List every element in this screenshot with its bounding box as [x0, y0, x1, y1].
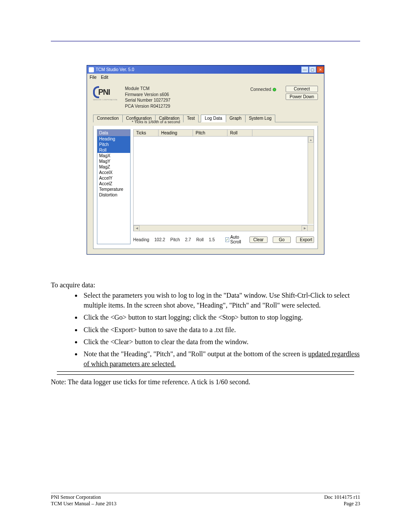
power-down-button[interactable]: Power Down: [286, 93, 318, 100]
window-title: TCM Studio Ver. 5.0: [96, 67, 134, 72]
log-col-pitch[interactable]: Pitch: [193, 130, 227, 136]
serial-line: Serial Number 1027297: [125, 97, 171, 103]
list-item[interactable]: MagX: [97, 153, 130, 159]
footer-page-number: Page 23: [324, 501, 360, 507]
status-roll-value: 1.5: [209, 237, 215, 242]
logo-tagline: SENSOR CORPORATION: [93, 99, 118, 101]
instruction-text: To acquire data: Select the parameters y…: [51, 280, 360, 387]
log-col-heading[interactable]: Heading: [159, 130, 193, 136]
divider-rule: [57, 371, 354, 372]
connected-label: Connected: [250, 87, 271, 92]
status-pitch-label: Pitch: [170, 237, 180, 242]
tab-connection[interactable]: Connection: [93, 115, 123, 122]
ticks-footnote: * Ticks is 1/60th of a second: [132, 120, 180, 124]
list-item[interactable]: AccelY: [97, 175, 130, 181]
list-item[interactable]: Distortion: [97, 192, 130, 198]
firmware-line: Firmware Version s606: [125, 92, 171, 98]
log-data-page: Data Heading Pitch Roll MagX MagY MagZ A…: [93, 126, 318, 249]
window-buttons: — ▢ ✕: [301, 66, 324, 73]
auto-scroll-checkbox[interactable]: ✓ Auto Scroll: [225, 235, 244, 244]
vertical-scrollbar[interactable]: ▲: [308, 137, 314, 224]
log-col-roll[interactable]: Roll: [227, 130, 252, 136]
auto-scroll-label: Auto Scroll: [230, 235, 244, 244]
text-span: to log in the "Data" window.: [187, 292, 268, 299]
text-span: Note that the "Heading", "Pitch", and "R…: [84, 350, 208, 358]
status-roll-label: Roll: [196, 237, 203, 242]
status-heading-value: 102.2: [154, 237, 165, 242]
app-window: TCM Studio Ver. 5.0 — ▢ ✕ File Edit PNI …: [87, 65, 324, 255]
text-span: Select the parameters you wish to log: [84, 292, 187, 299]
page-top-rule: [51, 41, 360, 41]
export-button[interactable]: Export: [296, 236, 314, 243]
text-span: " and: [246, 302, 262, 309]
checkbox-icon: ✓: [225, 237, 229, 242]
connect-button[interactable]: Connect: [286, 86, 318, 92]
tab-log-data[interactable]: Log Data: [201, 115, 226, 122]
menu-file[interactable]: File: [90, 75, 97, 80]
instruction-item: Click the <Export> button to save the da…: [82, 325, 360, 335]
tab-graph[interactable]: Graph: [226, 115, 246, 122]
list-item[interactable]: MagY: [97, 159, 130, 164]
module-line: Module TCM: [125, 86, 171, 92]
pca-line: PCA Version R0412729: [125, 103, 171, 109]
ticks-note-paragraph: Note: The data logger use ticks for time…: [51, 377, 360, 387]
footer-doc-title: TCM User Manual – June 2013: [51, 501, 116, 507]
tab-strip: Connection Configuration Calibration Tes…: [93, 114, 318, 122]
footer-doc-id: Doc 1014175 r11: [324, 494, 360, 501]
connected-led-icon: [273, 88, 276, 91]
minimize-button[interactable]: —: [301, 66, 308, 73]
status-heading-label: Heading: [133, 237, 149, 242]
text-span: were selected.: [280, 302, 321, 309]
list-item[interactable]: Pitch: [97, 142, 130, 147]
log-area: Ticks Heading Pitch Roll ▲ ◀ ▶: [133, 129, 314, 244]
menu-edit[interactable]: Edit: [101, 75, 108, 80]
instruction-item: Select the parameters you wish to log to…: [82, 291, 360, 310]
text-span: "Roll": [262, 302, 280, 309]
tab-test[interactable]: Test: [183, 115, 199, 122]
log-column-headers: Ticks Heading Pitch Roll: [133, 129, 314, 137]
instruction-item: Note that the "Heading", "Pitch", and "R…: [82, 349, 360, 369]
list-item[interactable]: Temperature: [97, 187, 130, 192]
scroll-left-icon[interactable]: ◀: [134, 225, 140, 231]
list-item[interactable]: Roll: [97, 147, 130, 153]
scroll-right-icon[interactable]: ▶: [302, 225, 308, 231]
close-button[interactable]: ✕: [317, 66, 324, 73]
connection-status: Connected: [250, 87, 276, 92]
page-footer: PNI Sensor Corporation TCM User Manual –…: [51, 493, 360, 507]
status-row: Heading 102.2 Pitch 2.7 Roll 1.5 ✓ Auto …: [133, 231, 314, 244]
menu-bar: File Edit: [87, 74, 324, 81]
clear-button[interactable]: Clear: [249, 236, 268, 243]
logo: PNI SENSOR CORPORATION: [93, 86, 119, 101]
instruction-item: Click the <Go> button to start logging; …: [82, 313, 360, 322]
status-pitch-value: 2.7: [185, 237, 191, 242]
instruction-item: Click the <Clear> button to clear the da…: [82, 337, 360, 347]
logo-text: PNI: [98, 88, 110, 97]
footer-company: PNI Sensor Corporation: [51, 494, 116, 501]
text-span: Pitch: [232, 302, 246, 309]
titlebar: TCM Studio Ver. 5.0 — ▢ ✕: [87, 65, 324, 74]
intro-line: To acquire data:: [51, 280, 360, 290]
data-list-header: Data: [97, 130, 130, 136]
app-icon: [89, 67, 94, 72]
module-info: Module TCM Firmware Version s606 Serial …: [125, 86, 171, 109]
divider-rule: [57, 374, 354, 375]
log-col-spacer: [252, 130, 314, 136]
scroll-up-icon[interactable]: ▲: [308, 137, 314, 143]
go-button[interactable]: Go: [273, 236, 291, 243]
instruction-list: Select the parameters you wish to log to…: [51, 291, 360, 369]
list-item[interactable]: AccelZ: [97, 181, 130, 187]
maximize-button[interactable]: ▢: [309, 66, 316, 73]
text-span: output at the bottom of the screen is: [208, 350, 308, 358]
data-field-list[interactable]: Data Heading Pitch Roll MagX MagY MagZ A…: [97, 129, 131, 244]
tab-system-log[interactable]: System Log: [245, 115, 276, 122]
list-item[interactable]: MagZ: [97, 164, 130, 170]
list-item[interactable]: Heading: [97, 136, 130, 142]
text-span: In the screen shot above, "Heading", ": [127, 302, 232, 309]
list-item[interactable]: AccelX: [97, 170, 130, 175]
horizontal-scrollbar[interactable]: ◀ ▶: [134, 225, 314, 231]
log-body: ▲ ◀ ▶: [133, 137, 314, 231]
log-col-ticks[interactable]: Ticks: [134, 130, 159, 136]
